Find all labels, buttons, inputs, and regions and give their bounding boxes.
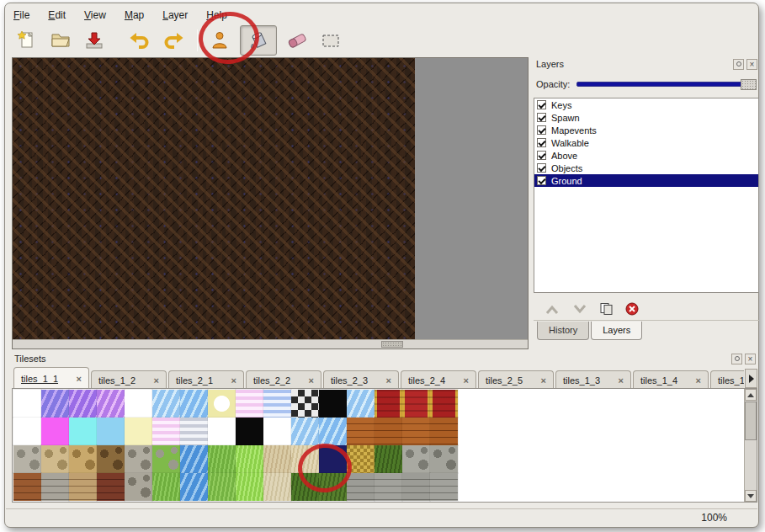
tile-1-11[interactable]	[319, 418, 347, 445]
player-tool-button[interactable]	[206, 27, 233, 54]
fill-tool-button[interactable]	[240, 25, 277, 56]
menu-map[interactable]: Map	[125, 9, 144, 21]
layer-visibility-checkbox[interactable]	[537, 138, 546, 147]
tileset-tab-tiles_2_1[interactable]: tiles_2_1×	[168, 370, 244, 389]
tile-2-13[interactable]	[375, 445, 402, 473]
tile-1-14[interactable]	[402, 418, 430, 445]
tile-0-15[interactable]	[430, 390, 458, 418]
menu-file[interactable]: File	[13, 9, 29, 21]
tile-3-2[interactable]	[69, 473, 97, 501]
layer-row-spawn[interactable]: Spawn	[534, 111, 758, 124]
tile-2-15[interactable]	[430, 445, 458, 473]
tile-3-8[interactable]	[236, 473, 263, 501]
layer-visibility-checkbox[interactable]	[537, 163, 546, 173]
menu-view[interactable]: View	[84, 9, 106, 21]
eraser-tool-button[interactable]	[284, 27, 311, 54]
layer-visibility-checkbox[interactable]	[537, 100, 546, 109]
new-button[interactable]	[13, 27, 40, 54]
close-tab-icon[interactable]: ×	[77, 374, 82, 384]
tile-1-5[interactable]	[152, 418, 180, 445]
tileset-tab-tiles_2_3[interactable]: tiles_2_3×	[323, 370, 399, 389]
layer-visibility-checkbox[interactable]	[537, 151, 546, 160]
tile-1-3[interactable]	[97, 418, 125, 445]
tile-1-9[interactable]	[263, 418, 291, 445]
tile-3-0[interactable]	[13, 473, 41, 501]
panel-tab-layers[interactable]: Layers	[591, 322, 642, 340]
duplicate-layer-button[interactable]	[599, 302, 614, 316]
tile-1-2[interactable]	[69, 418, 97, 445]
close-tab-icon[interactable]: ×	[154, 375, 159, 386]
tileset-tab-tiles_1_3[interactable]: tiles_1_3×	[555, 370, 631, 389]
map-canvas[interactable]	[12, 57, 529, 349]
tile-0-8[interactable]	[236, 390, 263, 418]
tileset-tab-tiles_1_2[interactable]: tiles_1_2×	[91, 370, 167, 389]
open-button[interactable]	[47, 27, 74, 54]
tile-1-1[interactable]	[41, 418, 69, 445]
tileset-tab-tiles_2_4[interactable]: tiles_2_4×	[401, 370, 476, 389]
tile-2-3[interactable]	[97, 445, 125, 473]
close-tab-icon[interactable]: ×	[386, 375, 391, 386]
tile-0-0[interactable]	[13, 390, 41, 418]
delete-layer-button[interactable]	[625, 302, 639, 316]
tile-1-12[interactable]	[347, 418, 375, 445]
layer-visibility-checkbox[interactable]	[537, 113, 546, 122]
palette-scrollbar-thumb[interactable]	[745, 402, 757, 440]
tile-1-10[interactable]	[291, 418, 319, 445]
tile-3-15[interactable]	[430, 473, 458, 501]
tile-2-7[interactable]	[208, 445, 236, 473]
tile-2-8[interactable]	[236, 445, 263, 473]
layer-visibility-checkbox[interactable]	[537, 125, 546, 135]
tileset-tab-tiles_1[interactable]: tiles_1×	[710, 370, 744, 389]
tile-0-3[interactable]	[97, 390, 125, 418]
close-tab-icon[interactable]: ×	[619, 375, 624, 386]
select-tool-button[interactable]	[317, 27, 344, 54]
tile-2-9[interactable]	[263, 445, 291, 473]
menu-help[interactable]: Help	[206, 9, 227, 21]
layer-row-mapevents[interactable]: Mapevents	[534, 124, 758, 136]
tile-2-4[interactable]	[125, 445, 152, 473]
tile-2-2[interactable]	[69, 445, 97, 473]
tile-3-13[interactable]	[375, 473, 402, 501]
tile-2-11[interactable]	[319, 445, 347, 473]
tile-2-0[interactable]	[13, 445, 41, 473]
tile-3-7[interactable]	[208, 473, 236, 501]
layer-row-walkable[interactable]: Walkable	[534, 136, 758, 149]
menu-edit[interactable]: Edit	[48, 9, 66, 21]
canvas-horizontal-scrollbar[interactable]	[13, 339, 528, 348]
layer-row-ground[interactable]: Ground	[534, 174, 758, 187]
tile-2-1[interactable]	[41, 445, 69, 473]
close-tab-icon[interactable]: ×	[309, 375, 314, 386]
tile-3-1[interactable]	[41, 473, 69, 501]
tile-3-4[interactable]	[125, 473, 152, 501]
tile-3-11[interactable]	[319, 473, 347, 501]
tile-0-5[interactable]	[152, 390, 180, 418]
close-tab-icon[interactable]: ×	[231, 375, 236, 386]
canvas-scrollbar-thumb[interactable]	[381, 341, 403, 348]
move-layer-down-button[interactable]	[571, 304, 588, 315]
map-painted-region[interactable]	[13, 58, 415, 339]
opacity-slider-handle[interactable]	[741, 79, 757, 90]
panel-tab-history[interactable]: History	[537, 322, 589, 340]
tile-0-4[interactable]	[125, 390, 152, 418]
save-button[interactable]	[81, 27, 108, 54]
scroll-tabs-right-button[interactable]	[745, 369, 757, 388]
scroll-down-button[interactable]	[745, 490, 757, 502]
tile-0-7[interactable]	[208, 390, 236, 418]
close-panel-button[interactable]: ×	[746, 59, 757, 70]
tileset-tab-tiles_2_5[interactable]: tiles_2_5×	[478, 370, 554, 389]
layer-visibility-checkbox[interactable]	[537, 176, 546, 185]
close-tab-icon[interactable]: ×	[464, 375, 469, 386]
layer-row-above[interactable]: Above	[534, 149, 758, 162]
tile-3-9[interactable]	[263, 473, 291, 501]
tileset-tab-tiles_1_1[interactable]: tiles_1_1×	[13, 367, 89, 389]
tile-2-12[interactable]	[347, 445, 375, 473]
tile-0-6[interactable]	[180, 390, 208, 418]
tileset-tab-tiles_2_2[interactable]: tiles_2_2×	[246, 370, 321, 389]
tile-1-8[interactable]	[236, 418, 263, 445]
tile-1-15[interactable]	[430, 418, 458, 445]
tile-3-3[interactable]	[97, 473, 125, 501]
tile-0-13[interactable]	[375, 390, 402, 418]
tile-0-9[interactable]	[263, 390, 291, 418]
palette-vertical-scrollbar[interactable]	[744, 389, 757, 502]
menu-layer[interactable]: Layer	[162, 9, 188, 21]
